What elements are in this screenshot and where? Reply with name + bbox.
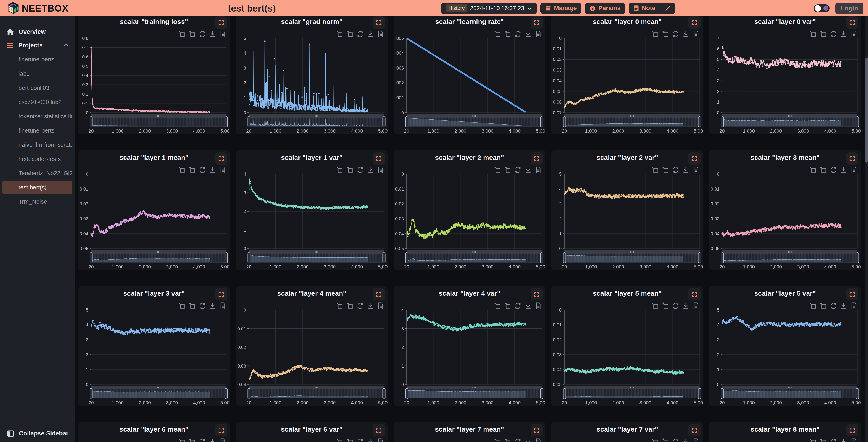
expand-chart-button[interactable] [846, 16, 858, 29]
chart-plot[interactable] [394, 30, 546, 134]
zoom-revert-icon[interactable] [819, 31, 827, 38]
download-icon[interactable] [209, 166, 216, 174]
refresh-icon[interactable] [830, 438, 837, 442]
refresh-icon[interactable] [830, 302, 837, 309]
chart-plot[interactable] [78, 302, 230, 406]
data-view-icon[interactable] [850, 31, 857, 38]
refresh-icon[interactable] [514, 302, 522, 309]
zoom-select-icon[interactable] [336, 438, 343, 442]
download-icon[interactable] [682, 438, 689, 442]
zoom-select-icon[interactable] [336, 31, 343, 38]
chart-plot[interactable] [78, 30, 230, 134]
data-view-icon[interactable] [377, 438, 384, 442]
refresh-icon[interactable] [672, 166, 679, 174]
zoom-revert-icon[interactable] [504, 438, 511, 442]
data-view-icon[interactable] [535, 302, 542, 309]
download-icon[interactable] [682, 166, 689, 174]
manage-button[interactable]: Manage [540, 3, 581, 14]
theme-toggle[interactable] [814, 4, 830, 12]
zoom-revert-icon[interactable] [346, 166, 353, 174]
sidebar-project-item[interactable]: csc791-030 lab2 [2, 95, 72, 109]
chart-plot[interactable] [709, 166, 861, 270]
zoom-select-icon[interactable] [809, 302, 817, 309]
zoom-revert-icon[interactable] [819, 302, 827, 309]
refresh-icon[interactable] [356, 166, 364, 174]
download-icon[interactable] [367, 31, 374, 38]
data-view-icon[interactable] [219, 438, 226, 442]
zoom-revert-icon[interactable] [188, 302, 196, 309]
download-icon[interactable] [209, 31, 216, 38]
zoom-select-icon[interactable] [178, 166, 186, 174]
zoom-select-icon[interactable] [494, 438, 501, 442]
data-view-icon[interactable] [850, 302, 857, 309]
sidebar-project-item[interactable]: tokenizer statistics llama... [2, 109, 72, 123]
expand-chart-button[interactable] [846, 424, 858, 436]
data-view-icon[interactable] [535, 166, 542, 174]
download-icon[interactable] [840, 302, 847, 309]
refresh-icon[interactable] [672, 31, 679, 38]
collapse-sidebar-button[interactable]: Collapse Sidebar [0, 430, 74, 437]
refresh-icon[interactable] [672, 438, 679, 442]
chart-plot[interactable] [551, 30, 703, 134]
refresh-icon[interactable] [514, 438, 522, 442]
data-view-icon[interactable] [377, 166, 384, 174]
sidebar-project-item[interactable]: finetune-berts [2, 53, 72, 66]
sidebar-project-item[interactable]: lab1 [2, 67, 72, 80]
zoom-revert-icon[interactable] [504, 302, 511, 309]
refresh-icon[interactable] [199, 31, 206, 38]
zoom-revert-icon[interactable] [346, 31, 353, 38]
expand-chart-button[interactable] [688, 16, 701, 29]
scrollbar-thumb[interactable] [865, 58, 868, 163]
sidebar-item-overview[interactable]: Overview [0, 25, 74, 39]
refresh-icon[interactable] [672, 302, 679, 309]
zoom-revert-icon[interactable] [819, 438, 827, 442]
zoom-select-icon[interactable] [178, 31, 186, 38]
zoom-select-icon[interactable] [336, 166, 343, 174]
vertical-scrollbar[interactable] [865, 16, 868, 442]
expand-chart-button[interactable] [688, 288, 701, 301]
expand-chart-button[interactable] [215, 288, 227, 301]
refresh-icon[interactable] [356, 302, 364, 309]
params-button[interactable]: Params [585, 3, 625, 14]
zoom-revert-icon[interactable] [819, 166, 827, 174]
zoom-select-icon[interactable] [336, 302, 343, 309]
download-icon[interactable] [840, 31, 847, 38]
chart-plot[interactable] [709, 302, 861, 406]
expand-chart-button[interactable] [215, 424, 227, 436]
zoom-revert-icon[interactable] [346, 302, 353, 309]
download-icon[interactable] [682, 31, 689, 38]
zoom-revert-icon[interactable] [662, 31, 669, 38]
sidebar-project-item[interactable]: bert-conll03 [2, 81, 72, 95]
refresh-icon[interactable] [514, 31, 522, 38]
download-icon[interactable] [209, 302, 216, 309]
zoom-select-icon[interactable] [652, 302, 659, 309]
zoom-select-icon[interactable] [809, 438, 817, 442]
download-icon[interactable] [840, 438, 847, 442]
refresh-icon[interactable] [199, 438, 206, 442]
data-view-icon[interactable] [535, 31, 542, 38]
sidebar-project-item[interactable]: hedecoder-tests [2, 152, 72, 166]
expand-chart-button[interactable] [373, 152, 385, 165]
download-icon[interactable] [367, 438, 374, 442]
expand-chart-button[interactable] [530, 152, 543, 165]
zoom-select-icon[interactable] [809, 166, 817, 174]
zoom-revert-icon[interactable] [662, 302, 669, 309]
data-view-icon[interactable] [377, 31, 384, 38]
zoom-revert-icon[interactable] [188, 166, 196, 174]
chart-plot[interactable] [709, 30, 861, 134]
expand-chart-button[interactable] [846, 152, 858, 165]
zoom-revert-icon[interactable] [662, 438, 669, 442]
data-view-icon[interactable] [692, 31, 700, 38]
zoom-select-icon[interactable] [652, 166, 659, 174]
history-button[interactable]: History 2024-11-10 16:37:23 [441, 3, 537, 14]
sidebar-project-item[interactable]: naive-llm-from-scratch [2, 138, 72, 152]
expand-chart-button[interactable] [373, 16, 385, 29]
zoom-select-icon[interactable] [652, 438, 659, 442]
zoom-revert-icon[interactable] [188, 31, 196, 38]
zoom-select-icon[interactable] [494, 166, 501, 174]
zoom-revert-icon[interactable] [504, 31, 511, 38]
data-view-icon[interactable] [692, 166, 700, 174]
refresh-icon[interactable] [356, 438, 364, 442]
sidebar-project-item[interactable]: finetune-berts [2, 124, 72, 137]
expand-chart-button[interactable] [373, 288, 385, 301]
